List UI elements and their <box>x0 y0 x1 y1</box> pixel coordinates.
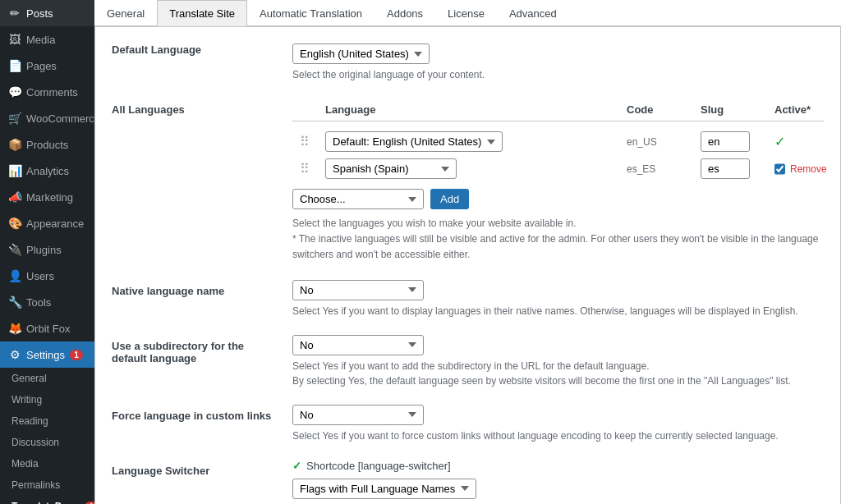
tab-addons[interactable]: Addons <box>375 0 435 26</box>
sidebar-item-label: Media <box>26 34 55 46</box>
sidebar-item-appearance[interactable]: 🎨 Appearance <box>0 210 94 236</box>
sidebar-item-label: Settings <box>26 349 65 361</box>
drag-handle[interactable]: ⠿ <box>292 134 317 149</box>
pages-icon: 📄 <box>8 59 21 72</box>
sidebar-item-label: WooCommerce <box>26 112 94 125</box>
analytics-icon: 📊 <box>8 164 21 177</box>
lang-slug-es[interactable] <box>701 158 750 179</box>
sidebar-item-tools[interactable]: 🔧 Tools <box>0 289 94 315</box>
sidebar-item-products[interactable]: 📦 Products <box>0 131 94 158</box>
language-switcher-row: Language Switcher Shortcode [language-sw… <box>112 460 824 504</box>
settings-badge: 1 <box>70 350 83 360</box>
lang-col-code: Code <box>627 103 692 116</box>
plugins-icon: 🔌 <box>8 243 21 256</box>
sidebar-item-label: Marketing <box>26 191 73 204</box>
sidebar-item-media[interactable]: 🖼 Media <box>0 26 94 53</box>
shortcode-style-select[interactable]: Flags with Full Language Names Flags onl… <box>292 479 476 499</box>
add-language-button[interactable]: Add <box>430 189 469 209</box>
submenu-general[interactable]: General <box>0 368 94 389</box>
force-language-row: Force language in custom links No Yes Se… <box>112 405 824 443</box>
native-language-select[interactable]: No Yes <box>292 280 424 300</box>
active-checkmark-en: ✓ <box>774 135 785 149</box>
tab-license[interactable]: License <box>435 0 497 26</box>
sidebar-item-plugins[interactable]: 🔌 Plugins <box>0 236 94 263</box>
sidebar-item-pages[interactable]: 📄 Pages <box>0 53 94 79</box>
remove-language-link[interactable]: Remove <box>790 163 827 175</box>
sidebar-item-orbit-fox[interactable]: 🦊 Orbit Fox <box>0 315 94 341</box>
sidebar-item-marketing[interactable]: 📣 Marketing <box>0 184 94 210</box>
sidebar-item-label: Products <box>26 139 68 151</box>
lang-code-en: en_US <box>627 136 692 148</box>
submenu-reading[interactable]: Reading <box>0 410 94 432</box>
submenu-translatepress[interactable]: TranslatePress 1 <box>0 496 94 504</box>
language-select-english[interactable]: Default: English (United States) <box>325 131 503 152</box>
default-language-row: Default Language English (United States)… <box>112 44 824 82</box>
lang-active-checkbox-es[interactable] <box>774 163 785 175</box>
sidebar-item-label: Appearance <box>26 218 84 230</box>
add-language-select[interactable]: Choose... <box>292 189 424 209</box>
sidebar-item-users[interactable]: 👤 Users <box>0 263 94 289</box>
sidebar-item-label: Users <box>26 270 54 282</box>
submenu-permalinks[interactable]: Permalinks <box>0 474 94 496</box>
native-language-control: No Yes Select Yes if you want to display… <box>292 280 824 318</box>
settings-submenu: General Writing Reading Discussion Media… <box>0 368 94 504</box>
translatepress-badge: 1 <box>85 502 94 505</box>
tab-translate-site[interactable]: Translate Site <box>157 0 247 26</box>
table-row: ⠿ Default: English (United States) en_US… <box>292 128 824 155</box>
sidebar-item-woocommerce[interactable]: 🛒 WooCommerce <box>0 105 94 131</box>
submenu-discussion[interactable]: Discussion <box>0 432 94 453</box>
lang-slug-en[interactable] <box>701 131 750 152</box>
sidebar-item-settings[interactable]: ⚙ Settings 1 <box>0 341 94 368</box>
sidebar-item-label: Orbit Fox <box>26 323 70 335</box>
subdirectory-row: Use a subdirectory for the default langu… <box>112 335 824 388</box>
lang-notes: Select the languages you wish to make yo… <box>292 216 824 263</box>
language-switcher-label: Language Switcher <box>112 460 276 477</box>
subdirectory-label: Use a subdirectory for the default langu… <box>112 335 276 364</box>
force-language-desc: Select Yes if you want to force custom l… <box>292 428 824 443</box>
subdirectory-desc: Select Yes if you want to add the subdir… <box>292 359 824 388</box>
settings-icon: ⚙ <box>8 348 21 361</box>
drag-handle[interactable]: ⠿ <box>292 161 317 176</box>
lang-col-active: Active* <box>774 103 824 116</box>
lang-col-slug: Slug <box>701 103 766 116</box>
sidebar-item-label: Tools <box>26 296 51 309</box>
main-content: General Translate Site Automatic Transla… <box>94 0 841 504</box>
submenu-writing[interactable]: Writing <box>0 389 94 410</box>
default-language-label: Default Language <box>112 44 276 56</box>
sidebar-item-posts[interactable]: ✏ Posts <box>0 0 94 26</box>
media-icon: 🖼 <box>8 33 21 46</box>
users-icon: 👤 <box>8 269 21 282</box>
products-icon: 📦 <box>8 138 21 151</box>
tabs-bar: General Translate Site Automatic Transla… <box>94 0 841 26</box>
lang-code-es: es_ES <box>627 163 692 175</box>
tab-automatic-translation[interactable]: Automatic Translation <box>247 0 375 26</box>
language-switcher-control: Shortcode [language-switcher] Flags with… <box>292 460 824 504</box>
sidebar-item-label: Posts <box>26 7 53 20</box>
sidebar-item-label: Analytics <box>26 165 69 177</box>
sidebar-item-analytics[interactable]: 📊 Analytics <box>0 158 94 184</box>
submenu-media[interactable]: Media <box>0 453 94 474</box>
sidebar-item-comments[interactable]: 💬 Comments <box>0 79 94 105</box>
native-language-label: Native language name <box>112 280 276 297</box>
default-language-control: English (United States) Select the origi… <box>292 44 824 82</box>
force-language-select[interactable]: No Yes <box>292 405 424 425</box>
posts-icon: ✏ <box>8 7 21 20</box>
table-row: ⠿ Spanish (Spain) es_ES Remove <box>292 155 824 182</box>
tab-advanced[interactable]: Advanced <box>497 0 569 26</box>
tools-icon: 🔧 <box>8 296 21 309</box>
appearance-icon: 🎨 <box>8 217 21 230</box>
sidebar-item-label: Plugins <box>26 244 62 256</box>
settings-content: Default Language English (United States)… <box>94 26 841 504</box>
default-language-select[interactable]: English (United States) <box>292 44 430 64</box>
woocommerce-icon: 🛒 <box>8 112 21 125</box>
default-language-desc: Select the original language of your con… <box>292 67 824 82</box>
subdirectory-select[interactable]: No Yes <box>292 335 424 355</box>
lang-col-language: Language <box>325 103 618 116</box>
tab-general[interactable]: General <box>94 0 157 26</box>
native-language-row: Native language name No Yes Select Yes i… <box>112 280 824 318</box>
sidebar-item-label: Comments <box>26 86 78 99</box>
all-languages-control: Language Code Slug Active* ⠿ Default: En… <box>292 99 824 263</box>
native-language-desc: Select Yes if you want to display langua… <box>292 304 824 318</box>
force-language-control: No Yes Select Yes if you want to force c… <box>292 405 824 443</box>
language-select-spanish[interactable]: Spanish (Spain) <box>325 158 457 179</box>
